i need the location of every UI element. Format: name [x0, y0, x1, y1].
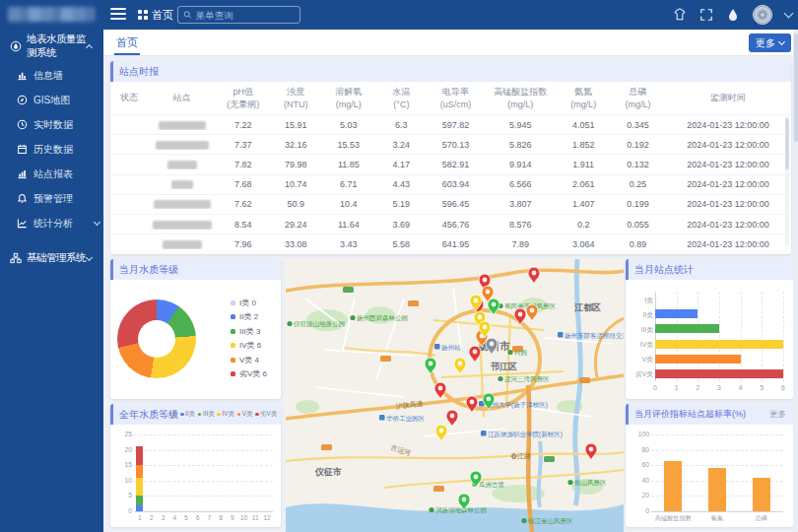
topbar-home-link[interactable]: 首页 — [138, 0, 173, 30]
park-poi-icon — [521, 518, 526, 523]
sidebar-item-4[interactable]: 站点报表 — [0, 162, 103, 186]
monthly-grade-card: 当月水质等级 I类 0II类 2III类 3IV类 6V类 4劣V类 6 — [110, 259, 281, 399]
cell-value: 5.826 — [485, 140, 557, 150]
column-header: 溶解氧(mg/L) — [321, 86, 375, 109]
cell-value: 2024-01-23 12:00:00 — [665, 120, 791, 130]
cell-value: 2024-01-23 12:00:00 — [665, 140, 791, 150]
map-label: 扬州西郊森林公园 — [357, 314, 408, 322]
cell-value: 5.945 — [485, 120, 557, 130]
legend-item[interactable]: II类 2 — [231, 310, 267, 325]
cell-value: 9.914 — [485, 160, 557, 169]
column-header: 状态 — [110, 92, 148, 103]
map-label: 江都区 — [573, 302, 601, 312]
cell-value: 1.911 — [557, 160, 611, 169]
cell-value: 7.82 — [216, 160, 270, 169]
column-header: 氨氮(mg/L) — [557, 86, 611, 109]
user-avatar[interactable] — [753, 5, 772, 25]
menu-search-input[interactable] — [196, 10, 295, 21]
sidebar-item-2[interactable]: 实时数据 — [0, 112, 103, 137]
site-name-redacted — [153, 221, 212, 230]
exceed-rate-card: 当月评价指标站点超标率(%) 更多 020406080100高锰酸盐指数氨氮总磷 — [626, 404, 793, 527]
rate-bar-氨氮 — [708, 468, 726, 511]
report-icon — [17, 168, 28, 179]
table-row[interactable]: 7.6250.910.45.19596.453.8071.4070.199202… — [110, 194, 791, 214]
table-scrollbar[interactable] — [785, 116, 789, 246]
map-label: 仪征市 — [314, 467, 342, 477]
sidebar-item-3[interactable]: 历史数据 — [0, 137, 103, 162]
table-row[interactable]: 8.5429.2411.643.69456.768.5760.20.055202… — [110, 214, 791, 233]
legend-item[interactable]: IV类 6 — [231, 339, 267, 354]
tab-home[interactable]: 首页 — [114, 30, 140, 55]
sidebar-group-surface-water-system[interactable]: 地表水质量监测系统 — [0, 30, 103, 63]
cell-value: 0.132 — [611, 160, 665, 169]
user-menu-chevron-down-icon[interactable] — [784, 9, 794, 19]
cell-value: 2024-01-23 12:00:00 — [665, 239, 791, 249]
cell-value: 7.62 — [216, 199, 270, 209]
exceed-rate-title: 当月评价指标站点超标率(%) — [634, 408, 746, 421]
cell-value: 4.43 — [375, 179, 427, 189]
map-label: 瓜洲古渡 — [479, 481, 505, 489]
transit-poi-icon — [434, 344, 440, 350]
table-row[interactable]: 7.8279.9811.854.17582.919.9141.9110.1322… — [110, 154, 791, 173]
column-header: 站点 — [148, 92, 216, 103]
table-row[interactable]: 7.9633.083.435.58641.957.893.0640.892024… — [110, 233, 791, 253]
water-drop-icon[interactable] — [726, 8, 740, 22]
site-name-redacted — [171, 180, 193, 189]
site-name-redacted — [159, 121, 206, 130]
cell-value: 7.22 — [216, 120, 270, 130]
hbar-II类 — [655, 309, 698, 318]
cell-value: 15.53 — [321, 140, 375, 150]
sidebar-item-label: 历史数据 — [33, 143, 103, 157]
page-scrollbar[interactable] — [793, 30, 798, 532]
legend-item[interactable]: 劣V类 6 — [231, 367, 267, 382]
station-report-title: 站点时报 — [119, 65, 159, 79]
legend-item[interactable]: I类 — [165, 410, 177, 419]
sidebar-item-0[interactable]: 信息墙 — [0, 63, 103, 88]
exceed-rate-plot: 020406080100高锰酸盐指数氨氮总磷 — [651, 434, 783, 511]
cell-value: 5.19 — [375, 199, 427, 209]
theme-skin-icon[interactable] — [673, 8, 687, 22]
legend-item[interactable]: II类 — [180, 410, 195, 419]
cell-value: 603.94 — [427, 179, 485, 189]
cell-value: 1.852 — [557, 140, 611, 150]
dashboard-grid-icon — [138, 10, 148, 20]
map-label: 运河三湾风景区 — [504, 375, 550, 383]
station-report-header: 站点时报 — [110, 61, 791, 82]
legend-item[interactable]: 劣V类 — [255, 410, 277, 419]
legend-item[interactable]: III类 3 — [231, 324, 267, 339]
sidebar-item-6[interactable]: 统计分析 — [0, 211, 103, 235]
collapse-menu-icon[interactable] — [110, 8, 126, 21]
legend-item[interactable]: V类 4 — [231, 353, 267, 367]
cell-value: 570.13 — [427, 140, 485, 150]
grade-donut-chart — [117, 299, 196, 378]
sidebar-item-5[interactable]: 预警管理 — [0, 186, 103, 211]
legend-item[interactable]: IV类 — [217, 410, 233, 419]
site-name-redacted — [163, 240, 202, 249]
sidebar-group-base-management[interactable]: 基础管理系统 — [0, 241, 103, 275]
more-button[interactable]: 更多 — [749, 33, 791, 52]
cell-value: 2024-01-23 12:00:00 — [665, 220, 791, 230]
exceed-rate-more-link[interactable]: 更多 — [769, 409, 786, 421]
park-poi-icon — [498, 376, 502, 381]
cell-value: 456.76 — [427, 220, 485, 230]
cell-value: 4.051 — [557, 120, 611, 130]
table-row[interactable]: 7.2215.915.036.3597.825.9454.0510.345202… — [110, 114, 791, 134]
org-tree-icon — [10, 252, 22, 264]
map-label: 何园 — [514, 349, 527, 356]
sidebar-item-1[interactable]: GIS地图 — [0, 88, 103, 112]
table-row[interactable]: 7.3732.1615.533.24570.135.8261.8520.1922… — [110, 134, 791, 154]
table-row[interactable]: 7.6810.746.714.43603.946.5662.0610.25202… — [110, 174, 791, 194]
cell-value: 10.74 — [270, 179, 321, 189]
legend-item[interactable]: I类 0 — [231, 296, 267, 310]
column-header: 水温(°C) — [375, 86, 427, 109]
city-map[interactable]: 扬州市江都区邗江区仪征市仪征捺山地质公园扬州西郊森林公园蜀冈唐子城风景区何园运河… — [286, 259, 624, 532]
cell-value: 7.96 — [216, 239, 270, 249]
cell-value: 2024-01-23 12:00:00 — [665, 160, 791, 169]
legend-item[interactable]: V类 — [237, 410, 253, 419]
fullscreen-icon[interactable] — [699, 8, 713, 22]
cell-value: 0.25 — [611, 179, 665, 189]
cell-value: 3.69 — [375, 220, 427, 230]
legend-item[interactable]: III类 — [198, 410, 215, 419]
menu-search-box[interactable] — [177, 6, 300, 24]
stacked-bar-segment — [136, 478, 143, 497]
